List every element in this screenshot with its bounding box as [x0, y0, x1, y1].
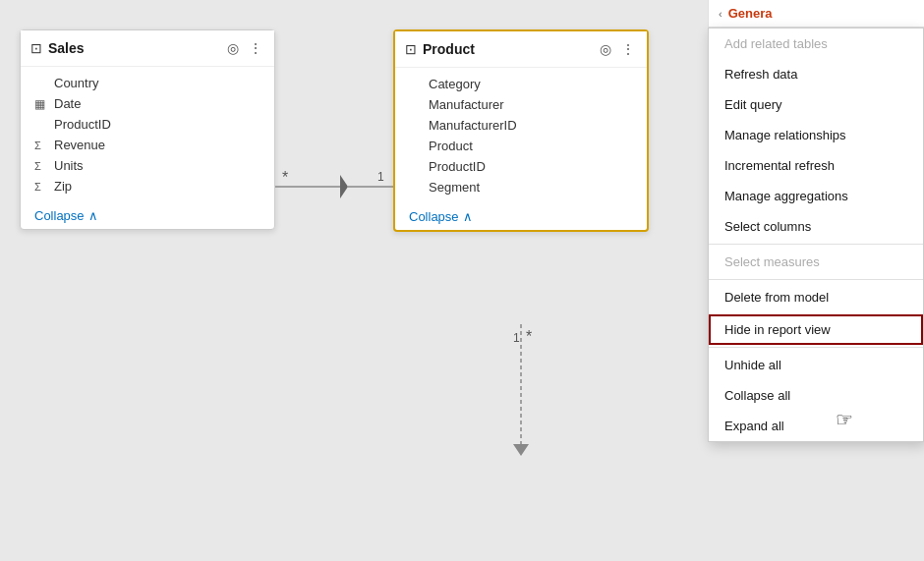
- menu-item-manage-agg[interactable]: Manage aggregations: [709, 181, 923, 211]
- product-collapse-icon: ∧: [463, 209, 473, 224]
- arrow-down-sales: [340, 175, 348, 198]
- field-manufacturerid: ManufacturerID: [395, 115, 647, 136]
- date-icon: ▦: [34, 97, 48, 111]
- menu-item-add-related[interactable]: Add related tables: [709, 28, 923, 59]
- sales-collapse-icon: ∧: [88, 208, 98, 223]
- product-table-header: ⊡ Product ◎ ⋮: [395, 31, 647, 68]
- svg-text:1: 1: [377, 170, 384, 184]
- product-table-title: Product: [423, 41, 598, 57]
- svg-text:1: 1: [513, 331, 520, 345]
- menu-divider-1: [709, 244, 923, 245]
- sales-eye-icon[interactable]: ◎: [225, 38, 241, 58]
- menu-item-incremental[interactable]: Incremental refresh: [709, 150, 923, 181]
- field-zip: Σ Zip: [21, 176, 274, 196]
- units-label: Units: [54, 158, 84, 173]
- product-table-card: ⊡ Product ◎ ⋮ Category Manufacturer Manu…: [393, 29, 649, 232]
- field-productid: ProductID: [21, 114, 274, 135]
- product-label: Product: [429, 139, 473, 153]
- menu-item-unhide[interactable]: Unhide all: [709, 350, 923, 380]
- menu-item-select-meas: Select measures: [709, 247, 923, 277]
- productid-p-label: ProductID: [429, 159, 486, 174]
- canvas: ‹ Genera Add related tables Refresh data…: [0, 0, 924, 561]
- productid-label: ProductID: [54, 117, 111, 132]
- connector-arrow: [513, 444, 529, 456]
- chevron-icon: ‹: [719, 8, 722, 20]
- zip-icon: Σ: [34, 181, 48, 193]
- field-manufacturer: Manufacturer: [395, 94, 647, 115]
- field-date: ▦ Date: [21, 93, 274, 114]
- menu-item-refresh[interactable]: Refresh data: [709, 59, 923, 89]
- field-segment: Segment: [395, 177, 647, 197]
- sales-table-title: Sales: [48, 40, 225, 56]
- field-productid-p: ProductID: [395, 156, 647, 177]
- menu-item-manage-rel[interactable]: Manage relationships: [709, 120, 923, 150]
- menu-item-select-cols[interactable]: Select columns: [709, 211, 923, 242]
- product-table-fields: Category Manufacturer ManufacturerID Pro…: [395, 68, 647, 203]
- field-category: Category: [395, 74, 647, 94]
- sales-collapse-link[interactable]: Collapse ∧: [21, 202, 274, 229]
- sales-table-actions: ◎ ⋮: [225, 38, 264, 58]
- units-icon: Σ: [34, 160, 48, 172]
- menu-divider-2: [709, 279, 923, 280]
- sales-more-icon[interactable]: ⋮: [247, 38, 264, 58]
- menu-item-edit-query[interactable]: Edit query: [709, 89, 923, 120]
- sales-table-card: ⊡ Sales ◎ ⋮ Country ▦ Date ProductID Σ: [20, 29, 275, 230]
- svg-text:*: *: [282, 169, 288, 186]
- date-label: Date: [54, 96, 81, 111]
- menu-item-expand-all[interactable]: Expand all: [709, 411, 923, 441]
- menu-item-delete[interactable]: Delete from model: [709, 282, 923, 312]
- product-table-actions: ◎ ⋮: [598, 39, 637, 59]
- sales-table-fields: Country ▦ Date ProductID Σ Revenue Σ Uni…: [21, 67, 274, 202]
- segment-label: Segment: [429, 180, 480, 195]
- product-more-icon[interactable]: ⋮: [619, 39, 637, 59]
- category-label: Category: [429, 77, 481, 91]
- panel-title: Genera: [728, 6, 773, 21]
- manufacturerid-label: ManufacturerID: [429, 118, 517, 133]
- country-label: Country: [54, 76, 99, 90]
- menu-item-collapse-all[interactable]: Collapse all: [709, 380, 923, 411]
- menu-divider-3: [709, 347, 923, 348]
- sales-table-header: ⊡ Sales ◎ ⋮: [21, 30, 274, 67]
- zip-label: Zip: [54, 179, 72, 194]
- field-units: Σ Units: [21, 155, 274, 176]
- revenue-label: Revenue: [54, 138, 105, 152]
- field-country: Country: [21, 73, 274, 93]
- svg-text:*: *: [526, 328, 532, 345]
- product-eye-icon[interactable]: ◎: [598, 39, 613, 59]
- field-revenue: Σ Revenue: [21, 135, 274, 155]
- product-collapse-link[interactable]: Collapse ∧: [395, 203, 647, 230]
- context-menu: Add related tables Refresh data Edit que…: [708, 28, 924, 442]
- manufacturer-label: Manufacturer: [429, 97, 504, 112]
- right-panel-header: ‹ Genera: [708, 0, 924, 28]
- product-table-icon: ⊡: [405, 41, 417, 57]
- product-collapse-label: Collapse: [409, 209, 459, 224]
- revenue-icon: Σ: [34, 140, 48, 151]
- sales-table-icon: ⊡: [30, 40, 42, 56]
- menu-item-hide-report[interactable]: Hide in report view: [709, 314, 923, 345]
- sales-collapse-label: Collapse: [34, 208, 85, 223]
- field-product: Product: [395, 136, 647, 156]
